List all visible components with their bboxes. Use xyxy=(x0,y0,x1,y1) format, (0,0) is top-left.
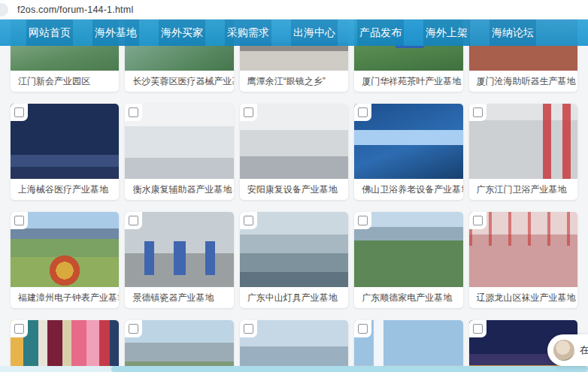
main-navbar: 网站首页 海外基地 海外买家 采购需求 出海中心 产品发布 海外上架 海纳论坛 xyxy=(0,20,588,46)
base-card-title: 广东中山灯具产业基地 xyxy=(240,287,348,308)
base-card[interactable]: 衡水康复辅助器产业基地 xyxy=(125,104,233,200)
card-checkbox[interactable] xyxy=(11,320,28,337)
base-card-title: 上海械谷医疗产业基地 xyxy=(11,179,119,200)
service-widget[interactable]: 在 xyxy=(547,334,588,366)
base-card-title: 福建漳州电子钟表产业基地 xyxy=(11,287,119,308)
card-checkbox[interactable] xyxy=(469,212,486,229)
base-card-title: 江门新会产业园区 xyxy=(11,71,119,92)
horizontal-scrollbar-thumb[interactable] xyxy=(111,366,588,372)
base-card[interactable]: 广东顺德家电产业基地 xyxy=(354,212,462,308)
card-checkbox[interactable] xyxy=(354,320,371,337)
base-card-title: 厦门沧海助听器生产基地 xyxy=(469,71,577,92)
base-card[interactable]: 安阳康复设备产业基地 xyxy=(240,104,348,200)
card-checkbox[interactable] xyxy=(240,212,257,229)
card-checkbox[interactable] xyxy=(240,104,257,121)
service-avatar xyxy=(553,340,574,361)
card-checkbox[interactable] xyxy=(125,212,142,229)
browser-url-bar[interactable]: f2os.com/forum-144-1.html xyxy=(0,0,588,20)
base-card-title: 景德镇瓷器产业基地 xyxy=(125,287,233,308)
base-card-image xyxy=(469,212,577,287)
base-card[interactable]: 辽源龙山区袜业产业基地 xyxy=(469,212,577,308)
base-card-title: 佛山卫浴养老设备产业基地 xyxy=(354,179,462,200)
base-card[interactable]: 广东中山灯具产业基地 xyxy=(240,212,348,308)
base-card-title: 长沙芙蓉区医疗器械产业基地 xyxy=(125,71,233,92)
base-card-image xyxy=(125,104,233,179)
base-card-image xyxy=(240,104,348,179)
nav-item-home[interactable]: 网站首页 xyxy=(26,20,73,46)
horizontal-scrollbar[interactable] xyxy=(0,366,588,372)
base-card-image xyxy=(240,320,348,372)
base-card[interactable]: 广东江门卫浴产业基地 xyxy=(469,104,577,200)
base-card-title: 广东顺德家电产业基地 xyxy=(354,287,462,308)
base-card[interactable]: 福建漳州电子钟表产业基地 xyxy=(11,212,119,308)
nav-item-overseas-listing[interactable]: 海外上架 xyxy=(423,20,470,46)
base-card-title: 安阳康复设备产业基地 xyxy=(240,179,348,200)
base-card[interactable] xyxy=(125,320,233,372)
card-checkbox[interactable] xyxy=(354,212,371,229)
base-card-image xyxy=(125,320,233,372)
nav-item-going-abroad-center[interactable]: 出海中心 xyxy=(291,20,338,46)
base-card-image xyxy=(240,212,348,287)
base-card-title: 辽源龙山区袜业产业基地 xyxy=(469,287,577,308)
base-card-image xyxy=(11,212,119,287)
card-checkbox[interactable] xyxy=(469,320,486,337)
base-card-image xyxy=(354,212,462,287)
card-checkbox[interactable] xyxy=(11,212,28,229)
nav-item-purchase-demand[interactable]: 采购需求 xyxy=(225,20,271,46)
base-card[interactable]: 上海械谷医疗产业基地 xyxy=(11,104,119,200)
card-checkbox[interactable] xyxy=(354,104,371,121)
nav-item-haina-forum[interactable]: 海纳论坛 xyxy=(489,20,536,46)
url-text[interactable]: f2os.com/forum-144-1.html xyxy=(17,5,133,15)
base-card-image xyxy=(469,104,577,179)
base-card-image xyxy=(11,320,119,372)
card-checkbox[interactable] xyxy=(125,104,142,121)
base-card-title: 鹰潭余江“眼镜之乡” xyxy=(240,71,348,92)
base-card-title: 厦门华祥苑茶叶产业基地 xyxy=(354,71,462,92)
base-card-image xyxy=(354,104,462,179)
base-card-title: 衡水康复辅助器产业基地 xyxy=(125,179,233,200)
base-card-grid: 江门新会产业园区 长沙芙蓉区医疗器械产业基地 鹰潭余江“眼镜之乡” 厦门华祥苑茶… xyxy=(0,0,588,372)
nav-item-overseas-bases[interactable]: 海外基地 xyxy=(92,20,139,46)
service-widget-label: 在 xyxy=(580,343,588,357)
base-card[interactable] xyxy=(240,320,348,372)
nav-item-overseas-buyers[interactable]: 海外买家 xyxy=(159,20,205,46)
site-favicon-icon xyxy=(0,3,8,17)
base-card-image xyxy=(11,104,119,179)
base-card-title: 广东江门卫浴产业基地 xyxy=(469,179,577,200)
card-checkbox[interactable] xyxy=(125,320,142,337)
base-card-image xyxy=(125,212,233,287)
base-card[interactable]: 佛山卫浴养老设备产业基地 xyxy=(354,104,462,200)
card-checkbox[interactable] xyxy=(11,104,28,121)
base-card[interactable]: 景德镇瓷器产业基地 xyxy=(125,212,233,308)
base-card[interactable] xyxy=(11,320,119,372)
base-card-image xyxy=(354,320,462,372)
nav-item-product-release[interactable]: 产品发布 xyxy=(357,20,404,46)
card-checkbox[interactable] xyxy=(240,320,257,337)
card-checkbox[interactable] xyxy=(469,104,486,121)
base-card[interactable] xyxy=(354,320,462,372)
